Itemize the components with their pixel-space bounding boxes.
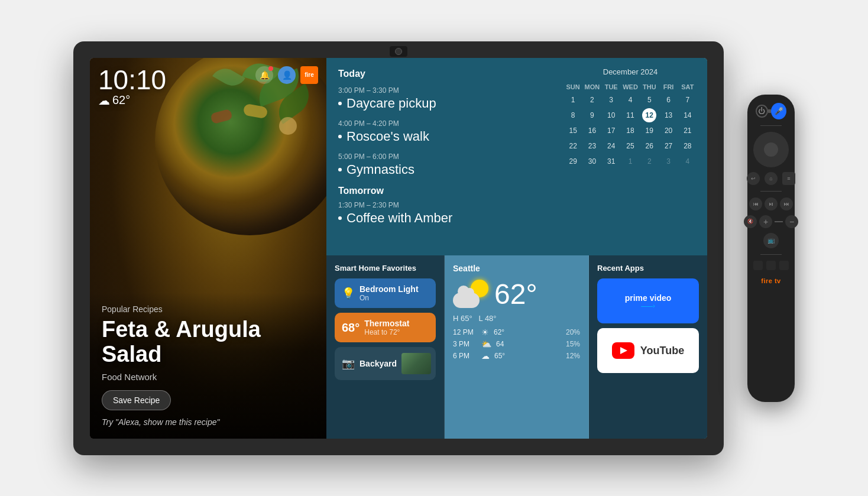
cal-day-31[interactable]: 31 bbox=[604, 154, 618, 168]
recipe-title: Feta & Arugula Salad bbox=[102, 317, 315, 367]
weather-widget: Seattle 62° H 65° L 48° bbox=[445, 255, 589, 438]
cal-day-jan-4[interactable]: 4 bbox=[681, 154, 695, 168]
forecast-row-6pm: 6 PM ☁ 65° 12% bbox=[453, 351, 580, 361]
cal-day-jan-2[interactable]: 2 bbox=[642, 154, 656, 168]
remote-vol-divider bbox=[775, 221, 783, 222]
remote-divider-2 bbox=[760, 191, 782, 192]
cal-day-22[interactable]: 22 bbox=[566, 139, 580, 153]
cal-day-2[interactable]: 2 bbox=[585, 93, 599, 107]
clock: 10:10 bbox=[98, 66, 166, 93]
remote-tv-button[interactable]: 📺 bbox=[763, 233, 779, 248]
cal-day-24[interactable]: 24 bbox=[604, 139, 618, 153]
remote-select-button[interactable] bbox=[764, 142, 778, 157]
remote-extra-btn-3[interactable] bbox=[779, 261, 789, 270]
cal-day-23[interactable]: 23 bbox=[585, 139, 599, 153]
cal-day-11[interactable]: 11 bbox=[623, 108, 637, 122]
remote-vol-up-button[interactable]: + bbox=[759, 215, 772, 228]
remote-dpad[interactable] bbox=[753, 132, 789, 167]
cal-day-jan-3[interactable]: 3 bbox=[662, 154, 676, 168]
save-recipe-button[interactable]: Save Recipe bbox=[102, 390, 171, 410]
event-item: 4:00 PM – 4:20 PM Roscoe's walk bbox=[338, 119, 542, 144]
forecast-cloud-icon-6pm: ☁ bbox=[481, 351, 490, 361]
smart-home-title: Smart Home Favorites bbox=[335, 264, 436, 273]
thermostat-card[interactable]: 68° Thermostat Heat to 72° bbox=[335, 313, 436, 342]
remote-vol-down-button[interactable]: − bbox=[785, 215, 798, 228]
weather-cloud-icon: ☁ bbox=[98, 93, 110, 108]
youtube-app-card[interactable]: YouTube bbox=[597, 328, 699, 373]
cal-day-17[interactable]: 17 bbox=[604, 124, 618, 138]
weather-display: ☁ 62° bbox=[98, 93, 166, 108]
remote-extra-btn-2[interactable] bbox=[766, 261, 776, 270]
remote-mute-button[interactable]: 🔇 bbox=[744, 215, 757, 228]
remote-home-button[interactable]: ⌂ bbox=[765, 172, 778, 185]
cal-day-jan-1[interactable]: 1 bbox=[623, 154, 637, 168]
cal-day-header-sat: SAT bbox=[679, 82, 697, 92]
cal-day-7[interactable]: 7 bbox=[681, 93, 695, 107]
cal-day-13[interactable]: 13 bbox=[662, 108, 676, 122]
cal-day-10[interactable]: 10 bbox=[604, 108, 618, 122]
cal-day-header-sun: SUN bbox=[564, 82, 582, 92]
prime-video-logo: prime video ——› bbox=[625, 293, 672, 309]
forecast-row-12pm: 12 PM ☀ 62° 20% bbox=[453, 328, 580, 337]
cal-day-12-today[interactable]: 12 bbox=[642, 108, 656, 122]
cal-day-21[interactable]: 21 bbox=[681, 124, 695, 138]
time-weather: 10:10 ☁ 62° bbox=[98, 66, 166, 108]
cal-day-26[interactable]: 26 bbox=[642, 139, 656, 153]
recipe-source: Food Network bbox=[102, 372, 315, 382]
remote-divider-3 bbox=[760, 254, 782, 255]
forecast-precip-3pm: 15% bbox=[566, 340, 580, 348]
cal-day-27[interactable]: 27 bbox=[662, 139, 676, 153]
bedroom-light-card[interactable]: 💡 Bedroom Light On bbox=[335, 278, 436, 308]
cal-day-header-tue: TUE bbox=[603, 82, 620, 92]
cal-day-16[interactable]: 16 bbox=[585, 124, 599, 138]
youtube-logo-icon bbox=[612, 342, 634, 359]
cal-day-14[interactable]: 14 bbox=[681, 108, 695, 122]
firetv-icon[interactable]: fire bbox=[300, 66, 318, 84]
thermostat-name: Thermostat bbox=[364, 319, 429, 328]
event-dot bbox=[338, 102, 342, 105]
cal-day-20[interactable]: 20 bbox=[662, 124, 676, 138]
event-name: Daycare pickup bbox=[338, 96, 542, 111]
calendar-month-year: December 2024 bbox=[564, 67, 697, 76]
cal-day-6[interactable]: 6 bbox=[662, 93, 676, 107]
prime-video-app-card[interactable]: prime video ——› bbox=[597, 278, 699, 323]
cal-day-30[interactable]: 30 bbox=[585, 154, 599, 168]
remote-control: ↩ ⌂ ≡ ⏮ ⏯ ⏭ 🔇 + − 📺 fire tv bbox=[747, 95, 795, 402]
recipe-background: 10:10 ☁ 62° 🔔 👤 fir bbox=[90, 58, 326, 439]
cal-day-1[interactable]: 1 bbox=[566, 93, 580, 107]
cal-day-15[interactable]: 15 bbox=[566, 124, 580, 138]
calendar-grid: SUN MON TUE WED THU FRI SAT 1 2 3 4 bbox=[564, 82, 697, 168]
youtube-play-icon bbox=[620, 347, 627, 354]
cal-day-8[interactable]: 8 bbox=[566, 108, 580, 122]
cal-day-9[interactable]: 9 bbox=[585, 108, 599, 122]
remote-volume-row: 🔇 + − bbox=[744, 215, 798, 228]
cal-day-18[interactable]: 18 bbox=[623, 124, 637, 138]
cal-day-19[interactable]: 19 bbox=[642, 124, 656, 138]
backyard-camera-card[interactable]: 📷 Backyard bbox=[335, 347, 436, 380]
light-info: Bedroom Light On bbox=[359, 284, 419, 302]
remote-playpause-button[interactable]: ⏯ bbox=[765, 197, 778, 210]
remote-rewind-button[interactable]: ⏮ bbox=[749, 197, 762, 210]
cal-day-25[interactable]: 25 bbox=[623, 139, 637, 153]
camera-thumbnail bbox=[401, 353, 431, 374]
cal-day-5[interactable]: 5 bbox=[642, 93, 656, 107]
remote-menu-button[interactable]: ≡ bbox=[782, 172, 795, 185]
remote-back-button[interactable]: ↩ bbox=[747, 172, 760, 185]
cal-day-header-fri: FRI bbox=[659, 82, 677, 92]
remote-power-button[interactable] bbox=[756, 105, 768, 118]
cal-day-29[interactable]: 29 bbox=[566, 154, 580, 168]
remote-mic-button[interactable] bbox=[771, 103, 786, 119]
user-avatar-icon[interactable]: 👤 bbox=[278, 66, 296, 84]
tomorrow-label: Tomorrow bbox=[338, 186, 542, 196]
remote-extra-btn-1[interactable] bbox=[753, 261, 763, 270]
remote-divider-1 bbox=[760, 125, 782, 126]
cal-day-28[interactable]: 28 bbox=[681, 139, 695, 153]
notification-dot bbox=[268, 66, 273, 71]
cal-day-3[interactable]: 3 bbox=[604, 93, 618, 107]
smart-home-widget: Smart Home Favorites 💡 Bedroom Light On bbox=[326, 255, 445, 438]
remote-fastforward-button[interactable]: ⏭ bbox=[780, 197, 793, 210]
remote-nav-row: ↩ ⌂ ≡ bbox=[747, 172, 795, 185]
recipe-content: Popular Recipes Feta & Arugula Salad Foo… bbox=[90, 293, 326, 439]
cal-day-4[interactable]: 4 bbox=[623, 93, 637, 107]
thermostat-info: Thermostat Heat to 72° bbox=[364, 319, 429, 336]
